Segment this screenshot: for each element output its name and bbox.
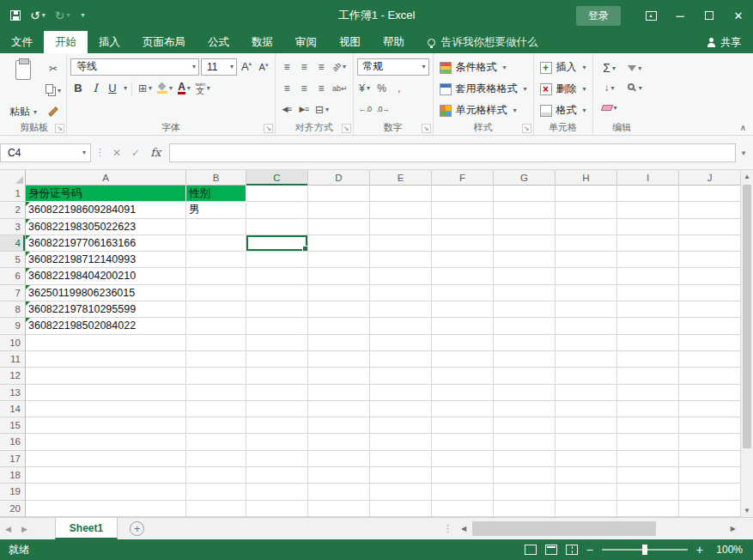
cell-A6[interactable]: 360822198404200210 [26, 268, 186, 284]
cell-I6[interactable] [617, 268, 679, 284]
page-layout-view-button[interactable] [545, 545, 557, 555]
hscroll-track[interactable] [471, 518, 726, 539]
cell-F13[interactable] [432, 385, 494, 401]
formula-bar-expand-icon[interactable]: ▾ [736, 149, 751, 157]
cell-H3[interactable] [556, 219, 617, 235]
cell-B19[interactable] [186, 484, 246, 500]
cell-B1[interactable]: 性别 [186, 186, 246, 202]
fill-button[interactable]: ↓▾ [600, 79, 619, 96]
italic-button[interactable]: I [88, 80, 103, 97]
cell-H12[interactable] [556, 368, 617, 384]
cell-J19[interactable] [679, 484, 740, 500]
clipboard-dialog-launcher[interactable]: ↘ [55, 124, 64, 133]
cell-I8[interactable] [617, 301, 679, 318]
column-header-D[interactable]: D [308, 170, 370, 186]
cell-I5[interactable] [617, 252, 679, 268]
increase-indent-button[interactable]: ▶≡ [296, 101, 312, 119]
zoom-slider-thumb[interactable] [642, 545, 647, 555]
cell-J17[interactable] [679, 451, 740, 467]
cell-H2[interactable] [556, 202, 617, 218]
cell-B12[interactable] [186, 368, 246, 384]
cell-H4[interactable] [556, 235, 617, 252]
cell-D20[interactable] [308, 501, 370, 517]
cell-B13[interactable] [186, 385, 246, 401]
cell-J11[interactable] [679, 351, 740, 368]
vscroll-down-icon[interactable]: ▼ [741, 504, 753, 517]
cell-I17[interactable] [617, 451, 679, 467]
cell-D2[interactable] [308, 202, 370, 218]
cell-J7[interactable] [679, 285, 740, 301]
row-header-17[interactable]: 17 [0, 451, 26, 467]
vscroll-track[interactable] [741, 183, 753, 504]
decrease-decimal-button[interactable]: .0→ [375, 101, 392, 119]
cell-C13[interactable] [246, 385, 308, 401]
cell-J1[interactable] [679, 186, 740, 202]
cell-I10[interactable] [617, 335, 679, 351]
cell-F7[interactable] [432, 285, 494, 301]
autosum-button[interactable]: Σ▾ [600, 59, 619, 76]
cell-G8[interactable] [494, 301, 556, 318]
cell-F1[interactable] [432, 186, 494, 202]
column-header-E[interactable]: E [370, 170, 432, 186]
decrease-font-size-button[interactable]: A▾ [256, 58, 271, 76]
cell-C20[interactable] [246, 501, 308, 517]
row-header-9[interactable]: 9 [0, 318, 26, 334]
cell-D15[interactable] [308, 417, 370, 434]
cell-H10[interactable] [556, 335, 617, 351]
cell-E15[interactable] [370, 417, 432, 434]
cell-F15[interactable] [432, 417, 494, 434]
cell-H8[interactable] [556, 301, 617, 318]
cell-J3[interactable] [679, 219, 740, 235]
cell-E6[interactable] [370, 268, 432, 284]
qat-customize-button[interactable]: ▾ [80, 12, 85, 19]
cell-J14[interactable] [679, 401, 740, 417]
cell-I9[interactable] [617, 318, 679, 334]
column-header-G[interactable]: G [494, 170, 556, 186]
cell-A8[interactable]: 360822197810295599 [26, 301, 186, 318]
cell-F9[interactable] [432, 318, 494, 334]
align-middle-button[interactable]: ≡ [296, 58, 312, 76]
vscroll-thumb[interactable] [743, 185, 751, 448]
name-box[interactable]: C4▾ [0, 143, 91, 162]
cell-F8[interactable] [432, 301, 494, 318]
collapse-ribbon-button[interactable]: ∧ [740, 123, 746, 132]
cell-B14[interactable] [186, 401, 246, 417]
cell-B7[interactable] [186, 285, 246, 301]
cell-C10[interactable] [246, 335, 308, 351]
cell-B4[interactable] [186, 235, 246, 252]
cell-J20[interactable] [679, 501, 740, 517]
comma-style-button[interactable]: , [392, 80, 407, 97]
align-center-button[interactable]: ≡ [296, 80, 312, 97]
cell-G7[interactable] [494, 285, 556, 301]
cell-E3[interactable] [370, 219, 432, 235]
cell-E14[interactable] [370, 401, 432, 417]
cell-H14[interactable] [556, 401, 617, 417]
cell-H5[interactable] [556, 252, 617, 268]
copy-button[interactable]: ▾ [44, 82, 63, 99]
fill-color-button[interactable]: ▾ [155, 80, 174, 97]
clear-button[interactable]: ▾ [600, 99, 619, 116]
cell-C2[interactable] [246, 202, 308, 218]
row-header-12[interactable]: 12 [0, 368, 26, 384]
cell-C9[interactable] [246, 318, 308, 334]
cell-B15[interactable] [186, 417, 246, 434]
cell-C3[interactable] [246, 219, 308, 235]
zoom-out-button[interactable]: − [586, 544, 593, 556]
cell-B17[interactable] [186, 451, 246, 467]
borders-button[interactable]: ⊞▾ [137, 80, 154, 97]
cell-B8[interactable] [186, 301, 246, 318]
ribbon-tab-insert[interactable]: 插入 [88, 31, 131, 53]
sort-filter-button[interactable]: ▾ [626, 59, 644, 76]
cell-D19[interactable] [308, 484, 370, 500]
page-break-view-button[interactable] [566, 545, 578, 555]
cell-D11[interactable] [308, 351, 370, 368]
row-header-4[interactable]: 4 [0, 235, 26, 252]
cell-C4[interactable] [246, 235, 308, 252]
row-header-14[interactable]: 14 [0, 401, 26, 417]
cell-B16[interactable] [186, 434, 246, 450]
cell-H1[interactable] [556, 186, 617, 202]
cell-I19[interactable] [617, 484, 679, 500]
cell-G15[interactable] [494, 417, 556, 434]
cell-I16[interactable] [617, 434, 679, 450]
select-all-button[interactable] [0, 170, 26, 186]
